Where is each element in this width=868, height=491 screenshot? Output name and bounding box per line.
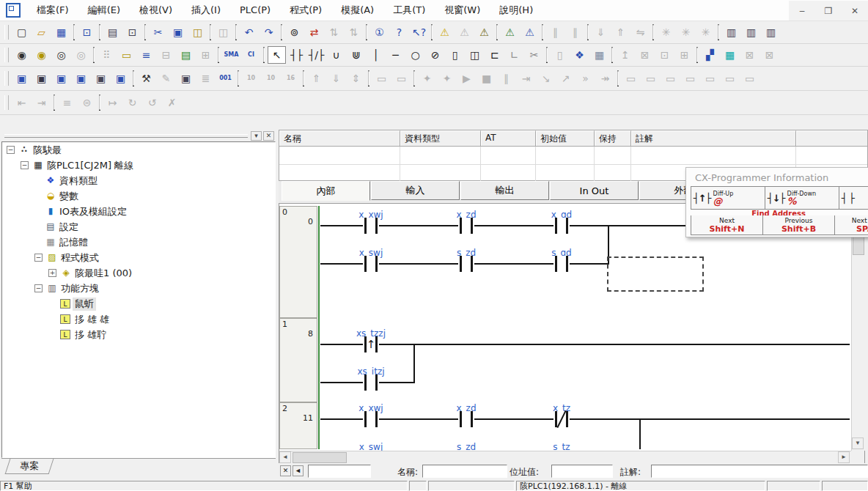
rung-comment-button[interactable]: ▭ [117,46,136,64]
quick-online-button[interactable]: ⚠ [521,23,539,41]
tree-header-close-button[interactable]: ✕ [263,131,274,141]
context-help-button[interactable]: ↖? [410,23,428,41]
menu-window[interactable]: 視窗(W) [435,0,490,21]
horizontal-scroll-thumb[interactable] [293,452,347,463]
new-fb-invocation-button[interactable]: ⊏ [485,46,504,64]
window-cascade-button[interactable]: ⊠ [760,46,779,64]
address-window-button[interactable]: ▣ [92,70,110,87]
memory-window-button[interactable]: ▥ [762,23,780,41]
tree-expand-box[interactable]: − [21,161,29,169]
scroll-left-button[interactable]: ◄ [279,451,291,463]
tab-project[interactable]: 專案 [5,459,54,474]
simulator-mode-button[interactable]: ✦ [438,70,456,87]
tree-item-data-types[interactable]: 資料類型 [2,173,275,188]
indent-right-button[interactable]: ⇥ [32,94,51,111]
network-tool-6-button[interactable]: ▭ [721,70,739,87]
tree-expand-box[interactable] [34,177,44,185]
menu-program[interactable]: 程式(P) [280,0,331,21]
ladder-info-field[interactable] [308,465,371,478]
redo-button[interactable]: ↷ [260,23,278,41]
new-contact-button[interactable]: ┤├ [287,46,306,64]
tree-item-programs[interactable]: − 程式模式 [2,250,275,265]
tree-expand-box[interactable] [34,207,44,215]
monitor-button[interactable]: ✳ [657,23,675,41]
compile-all-button[interactable]: ⚠ [455,23,474,41]
sim-pause-button[interactable]: ∥ [497,70,515,87]
download-button[interactable]: ⇓ [592,23,610,41]
toolbar-grip[interactable] [4,48,9,62]
tree-item-function-blocks[interactable]: − 功能方塊 [2,281,275,296]
menu-simulation[interactable]: 模擬(A) [331,0,383,21]
contact-no[interactable] [553,256,570,272]
new-or-closed-contact-button[interactable]: ⋓ [347,46,365,64]
find-warning-button[interactable]: ⚠ [475,23,493,41]
about-button[interactable]: ① [370,23,389,41]
line-delete-button[interactable]: ✂ [525,46,543,64]
cut-button[interactable]: ✂ [149,23,167,41]
symbol-tab-output[interactable]: 輸出 [460,181,549,200]
sim-run-button[interactable]: ▶ [457,70,476,87]
tree-header-gripper[interactable] [4,134,248,138]
toolbar-grip[interactable] [4,25,9,40]
contact-diff-up[interactable] [363,336,379,352]
menu-help[interactable]: 說明(H) [490,0,542,21]
tree-item-io-table[interactable]: IO表及模組設定 [2,204,275,219]
pause-button[interactable]: ∥ [566,23,584,41]
cross-ref-window-button[interactable]: ▣ [72,70,90,87]
network-tool-1-button[interactable]: ▭ [622,70,640,87]
transfer-to-plc-button[interactable]: ⚠ [501,23,519,41]
memory-grid-button[interactable]: ▦ [590,46,608,64]
properties-window-button[interactable]: ▣ [111,70,130,87]
show-ci-button[interactable]: CI [242,46,260,64]
paste-button[interactable]: ◫ [188,23,207,41]
open-project-button[interactable]: ▱ [32,23,51,41]
help-button[interactable]: ? [390,23,408,41]
tree-header-dropdown-button[interactable]: ▾ [251,131,262,141]
symbol-table-row[interactable] [279,147,867,165]
new-instruction-button[interactable]: ▯ [446,46,464,64]
symbol-tab-input[interactable]: 輸入 [371,181,460,200]
menu-insert[interactable]: 插入(I) [182,0,230,21]
name-field[interactable] [422,465,507,478]
sim-stop-button[interactable]: ■ [477,70,496,87]
rung-margin-0[interactable]: 0 0 [279,206,317,318]
list-view-button[interactable]: ≡ [58,94,76,111]
contact-no[interactable] [363,218,379,234]
line-connect-button[interactable]: ∟ [505,46,523,64]
hex-view-button[interactable]: 16 [282,70,300,87]
watch-window-button[interactable]: ▣ [52,70,70,87]
binary-view-button[interactable]: 001 [216,70,235,87]
symbol-table-column-header[interactable]: 資料類型 [400,130,481,146]
fix-tools-button[interactable]: ⚒ [137,70,155,87]
output-window-button[interactable]: ▣ [32,70,51,87]
compile-check-button[interactable]: ⊡ [78,23,96,41]
tree-item-fb-1[interactable]: 鼠蚚 [2,296,275,311]
monitor-window-button[interactable]: ▦ [721,46,739,64]
differential-monitor-button[interactable]: ✳ [696,23,715,41]
compare-button[interactable]: ⇋ [631,23,650,41]
indent-left-button[interactable]: ⇤ [12,94,31,111]
tree-expand-box[interactable]: + [48,269,56,277]
paste-special-button[interactable]: ◫ [214,23,232,41]
new-closed-coil-button[interactable]: ⊘ [426,46,444,64]
new-instruction-dialog-button[interactable]: ◫ [466,46,484,64]
force-off-button[interactable]: ⇓ [327,70,345,87]
plc-settings-window-button[interactable]: ▥ [742,23,760,41]
scroll-right-button[interactable]: ► [838,451,850,463]
rung-list-button[interactable]: ≡ [137,46,155,64]
go-to-button[interactable]: ↦ [103,94,122,111]
address-field[interactable] [551,465,613,478]
menu-file[interactable]: 檔案(F) [27,0,78,21]
symbol-table-column-header[interactable]: 名稱 [279,130,400,146]
tree-item-symbols[interactable]: 變數 [2,188,275,204]
restore-button[interactable]: ❐ [815,1,842,21]
menu-view[interactable]: 檢視(V) [130,0,182,21]
zoom-custom-button[interactable]: ◉ [32,46,51,64]
retrace-forward-button[interactable]: ↻ [123,94,141,111]
tree-item-fb-2[interactable]: 拸 雄 雄 [2,311,275,327]
contact-no[interactable] [458,411,474,427]
sim-step-out-button[interactable]: ↗ [556,70,575,87]
force-on-button[interactable]: ⇑ [307,70,326,87]
contact-no[interactable] [363,374,379,391]
find-button[interactable]: ⊚ [285,23,304,41]
